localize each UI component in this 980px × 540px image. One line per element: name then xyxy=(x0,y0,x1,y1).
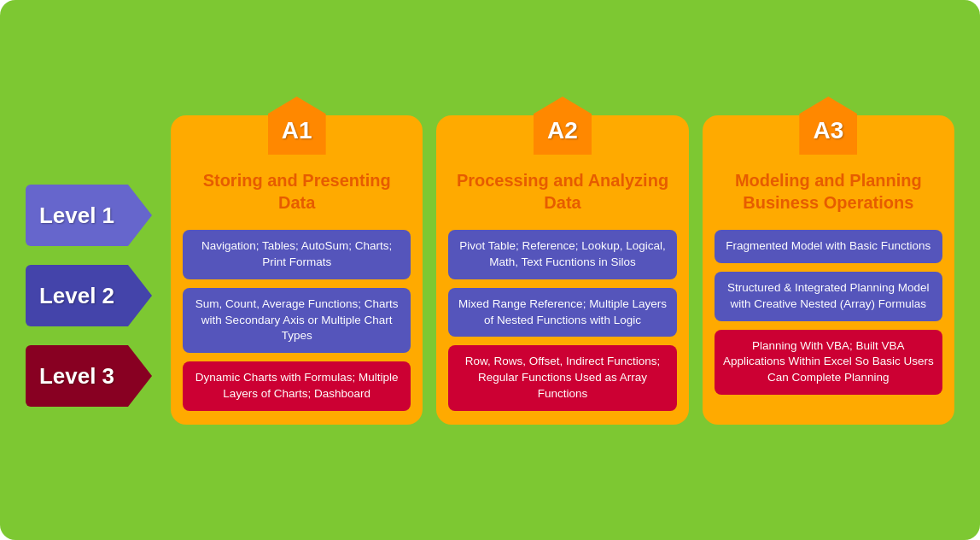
col-title-a1: Storing and Presenting Data xyxy=(183,161,411,221)
cells-a3: Fragmented Model with Basic Functions St… xyxy=(715,230,942,395)
col-title-a3: Modeling and Planning Business Operation… xyxy=(715,161,942,221)
cell-a3-level2: Structured & Integrated Planning Model w… xyxy=(715,272,942,321)
content-columns: A1 Storing and Presenting Data Navigatio… xyxy=(171,115,954,425)
cell-a1-level3: Dynamic Charts with Formulas; Multiple L… xyxy=(183,361,411,411)
level3-arrow: Level 3 xyxy=(26,345,152,407)
badge-a2: A2 xyxy=(534,97,592,155)
cell-a2-level1: Pivot Table; Reference; Lookup, Logical,… xyxy=(448,230,676,279)
badge-a1: A1 xyxy=(268,97,326,155)
cell-a2-level2: Mixed Range Reference; Multiple Layers o… xyxy=(448,288,676,338)
cells-a1: Navigation; Tables; AutoSum; Charts; Pri… xyxy=(183,230,411,411)
badge-wrap-a1: A1 xyxy=(268,97,326,155)
level2-arrow: Level 2 xyxy=(26,265,152,326)
column-a3: A3 Modeling and Planning Business Operat… xyxy=(703,115,954,425)
column-a2: A2 Processing and Analyzing Data Pivot T… xyxy=(436,115,688,425)
levels-column: Level 1 Level 2 Level 3 xyxy=(26,185,152,407)
badge-a3: A3 xyxy=(799,97,857,155)
level1-label: Level 1 xyxy=(26,185,128,246)
main-background: Level 1 Level 2 Level 3 A1 Storing and P… xyxy=(0,0,980,540)
column-a1: A1 Storing and Presenting Data Navigatio… xyxy=(171,115,423,425)
level1-arrow: Level 1 xyxy=(26,185,152,246)
col-title-a2: Processing and Analyzing Data xyxy=(448,161,676,221)
badge-wrap-a2: A2 xyxy=(534,97,592,155)
level2-label: Level 2 xyxy=(26,265,128,326)
cell-a1-level2: Sum, Count, Average Functions; Charts wi… xyxy=(183,288,411,354)
cell-a2-level3: Row, Rows, Offset, Indirect Functions; R… xyxy=(448,345,676,411)
level3-label: Level 3 xyxy=(26,345,128,407)
cell-a1-level1: Navigation; Tables; AutoSum; Charts; Pri… xyxy=(183,230,411,279)
cells-a2: Pivot Table; Reference; Lookup, Logical,… xyxy=(448,230,676,411)
badge-wrap-a3: A3 xyxy=(799,97,857,155)
cell-a3-level3: Planning With VBA; Built VBA Application… xyxy=(715,330,942,396)
cell-a3-level1: Fragmented Model with Basic Functions xyxy=(715,230,942,263)
